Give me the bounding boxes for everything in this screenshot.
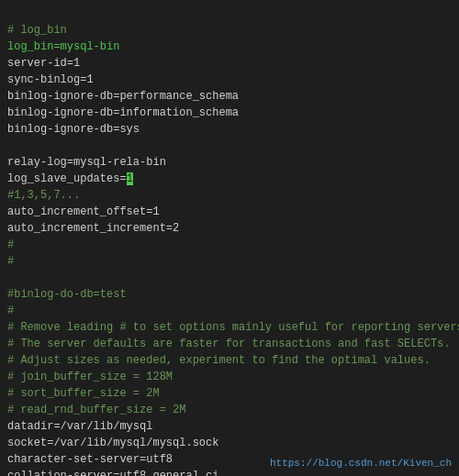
code-line: sync-binlog=1 <box>7 72 452 88</box>
code-line: # read_rnd_buffer_size = 2M <box>7 402 452 418</box>
code-line: # <box>7 237 452 253</box>
code-line: #1,3,5,7... <box>7 187 452 204</box>
code-line: # <box>7 253 452 270</box>
code-line: auto_increment_increment=2 <box>7 220 452 237</box>
code-line: # sort_buffer_size = 2M <box>7 385 452 402</box>
code-line: socket=/var/lib/mysql/mysql.sock <box>7 435 452 451</box>
code-line: relay-log=mysql-rela-bin <box>7 154 452 171</box>
code-display: # log_binlog_bin=mysql-binserver-id=1syn… <box>0 0 459 476</box>
code-line: binlog-ignore-db=sys <box>7 121 452 138</box>
code-line <box>7 270 452 286</box>
code-line: log_slave_updates=1 <box>7 171 452 187</box>
code-line: server-id=1 <box>7 55 452 72</box>
code-line: collation-server=utf8_general_ci <box>7 468 452 476</box>
code-line: # <box>7 303 452 319</box>
code-line: log_bin=mysql-bin <box>7 39 452 55</box>
code-line: binlog-ignore-db=performance_schema <box>7 88 452 105</box>
code-line: auto_increment_offset=1 <box>7 204 452 220</box>
code-line: # Remove leading # to set options mainly… <box>7 319 452 336</box>
code-line <box>7 138 452 154</box>
code-line: binlog-ignore-db=information_schema <box>7 105 452 121</box>
code-line: #binlog-do-db=test <box>7 286 452 303</box>
code-line: # join_buffer_size = 128M <box>7 369 452 385</box>
code-line: datadir=/var/lib/mysql <box>7 418 452 435</box>
code-line: # log_bin <box>7 22 452 39</box>
watermark: https://blog.csdn.net/Kiven_ch <box>270 458 452 469</box>
code-line: # The server defaults are faster for tra… <box>7 336 452 352</box>
code-line: # Adjust sizes as needed, experiment to … <box>7 352 452 369</box>
